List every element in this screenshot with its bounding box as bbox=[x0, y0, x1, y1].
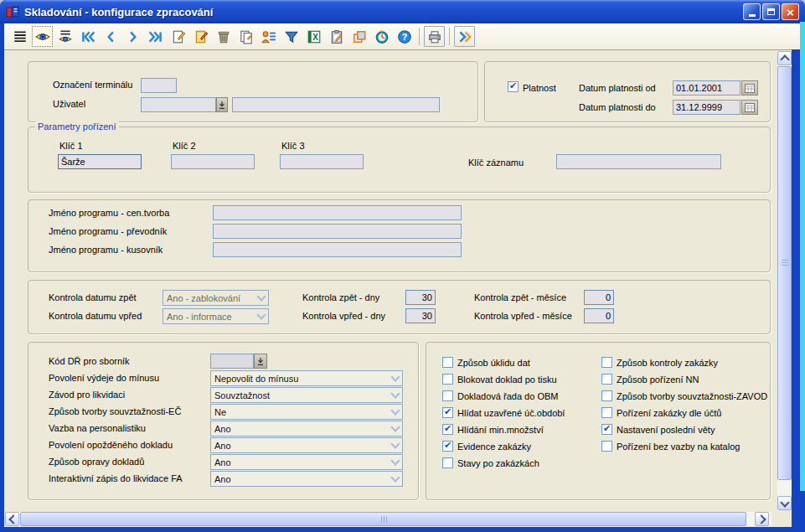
toolbar-button-browse[interactable] bbox=[32, 26, 53, 47]
checkbox-zakazky-dle-uctu[interactable] bbox=[601, 407, 612, 418]
valid-from-label: Datum platnosti od bbox=[579, 83, 656, 93]
correlation-ec-select[interactable]: Ne bbox=[210, 404, 403, 420]
platnost-checkbox[interactable] bbox=[508, 81, 519, 92]
check-forward-months-input[interactable]: 0 bbox=[584, 308, 614, 323]
scroll-left-button[interactable] bbox=[5, 512, 19, 526]
personnel-link-select[interactable]: Ano bbox=[210, 421, 403, 436]
program-converter-input[interactable] bbox=[213, 224, 462, 239]
checkbox-label[interactable]: Pořízení zakázky dle účtů bbox=[617, 408, 721, 418]
document-correction-label: Způsob opravy dokladů bbox=[49, 457, 144, 467]
late-document-label: Povolení opožděného dokladu bbox=[49, 440, 173, 450]
horizontal-scrollbar[interactable] bbox=[5, 512, 771, 526]
check-back-months-input[interactable]: 0 bbox=[584, 290, 614, 305]
minus-issue-select[interactable]: Nepovolit do mínusu bbox=[210, 370, 403, 386]
checkbox-blokovat-doklad[interactable] bbox=[442, 374, 453, 385]
toolbar-button-delete-record[interactable] bbox=[213, 26, 234, 47]
expand-chevrons-icon bbox=[457, 29, 472, 44]
toolbar-button-expand[interactable] bbox=[454, 26, 475, 47]
checkbox-posledni-veta[interactable] bbox=[601, 424, 612, 435]
toolbar-button-copy-record[interactable] bbox=[235, 26, 256, 47]
check-forward-select[interactable]: Ano - informace bbox=[163, 308, 269, 324]
checkbox-bez-vazby-katalog[interactable] bbox=[601, 441, 612, 452]
toolbar-button-browse-detail[interactable] bbox=[54, 26, 75, 47]
checkbox-label[interactable]: Dokladová řada do OBM bbox=[457, 391, 558, 401]
checkbox-hlidat-obdobi[interactable] bbox=[442, 407, 453, 418]
program-bom-input[interactable] bbox=[213, 242, 462, 257]
toolbar-button-filter[interactable] bbox=[281, 26, 302, 47]
code-dr-lookup-button[interactable] bbox=[254, 354, 267, 369]
checkbox-label[interactable]: Blokovat doklad po tisku bbox=[457, 374, 557, 385]
valid-from-calendar-button[interactable] bbox=[741, 80, 758, 96]
vertical-scrollbar[interactable] bbox=[777, 51, 792, 510]
toolbar-button-duplicate[interactable] bbox=[348, 26, 369, 47]
checkbox-label[interactable]: Stavy po zakázkách bbox=[457, 458, 539, 468]
interactive-fa-select[interactable]: Ano bbox=[210, 471, 403, 487]
checkbox-hlidani-mnozstvi[interactable] bbox=[442, 424, 453, 435]
checkbox-label[interactable]: Způsob tvorby souvztažnosti-ZAVOD bbox=[617, 391, 767, 401]
user-name-input[interactable] bbox=[232, 97, 440, 112]
key3-input[interactable] bbox=[280, 154, 364, 169]
program-bom-label: Jméno programu - kusovník bbox=[49, 245, 163, 255]
check-forward-days-input[interactable]: 30 bbox=[405, 308, 436, 323]
checkbox-zpusob-uklidu-dat[interactable] bbox=[442, 357, 453, 368]
checkbox-stavy-po-zakazkach[interactable] bbox=[442, 457, 453, 468]
checkbox-label[interactable]: Způsob pořízení NN bbox=[617, 374, 699, 385]
checkbox-label[interactable]: Hlídat uzavřené úč.období bbox=[457, 408, 565, 418]
program-pricing-input[interactable] bbox=[213, 205, 462, 220]
code-dr-input[interactable] bbox=[210, 354, 254, 369]
toolbar-button-user-filter[interactable] bbox=[258, 26, 279, 47]
toolbar-button-new-record[interactable] bbox=[168, 26, 188, 47]
checkbox-evidence-zakazky[interactable] bbox=[442, 441, 453, 452]
check-back-select[interactable]: Ano - zablokování bbox=[163, 290, 269, 306]
valid-to-calendar-button[interactable] bbox=[741, 100, 758, 115]
check-forward-months-label: Kontrola vpřed - měsíce bbox=[474, 311, 572, 321]
checkbox-label[interactable]: Způsob úklidu dat bbox=[457, 358, 530, 368]
toolbar-button-list[interactable] bbox=[9, 26, 30, 47]
horizontal-scroll-thumb[interactable] bbox=[20, 512, 746, 526]
scroll-up-button[interactable] bbox=[777, 51, 792, 65]
liquidation-plant-select[interactable]: Souvztažnost bbox=[210, 387, 403, 403]
late-document-select[interactable]: Ano bbox=[210, 437, 403, 453]
checkbox-label[interactable]: Nastavení poslední věty bbox=[617, 425, 715, 435]
toolbar-button-previous-record[interactable] bbox=[100, 26, 121, 47]
terminal-input[interactable] bbox=[141, 78, 177, 93]
calendar-icon bbox=[745, 84, 755, 93]
toolbar-button-help[interactable]: ? bbox=[394, 26, 415, 47]
checkbox-label[interactable]: Pořízení bez vazby na katalog bbox=[617, 442, 740, 452]
toolbar-button-history[interactable] bbox=[371, 26, 392, 47]
checkbox-label[interactable]: Hlídání min.množství bbox=[457, 425, 544, 435]
checkbox-kontrola-zakazky[interactable] bbox=[601, 357, 612, 368]
minimize-button[interactable] bbox=[743, 3, 761, 20]
scroll-down-button[interactable] bbox=[777, 496, 792, 510]
checkbox-label[interactable]: Způsob kontroly zakázky bbox=[617, 358, 718, 368]
key2-input[interactable] bbox=[171, 154, 255, 169]
checkbox-porizeni-nn[interactable] bbox=[601, 374, 612, 385]
title-bar[interactable]: Skladování - konfigurace zpracování × bbox=[0, 0, 805, 23]
toolbar-button-next-record[interactable] bbox=[122, 26, 143, 47]
checkbox-souvztaznost-zavod[interactable] bbox=[601, 390, 612, 401]
record-key-input[interactable] bbox=[556, 154, 721, 169]
valid-from-input[interactable]: 01.01.2001 bbox=[673, 80, 740, 96]
maximize-button[interactable] bbox=[762, 3, 780, 20]
next-record-icon bbox=[126, 29, 141, 44]
check-back-days-input[interactable]: 30 bbox=[405, 290, 436, 305]
check-back-days-label: Kontrola zpět - dny bbox=[302, 292, 379, 302]
toolbar-button-export-excel[interactable]: X bbox=[303, 26, 324, 47]
toolbar-button-notes[interactable] bbox=[326, 26, 347, 47]
chevron-down-icon bbox=[389, 372, 401, 385]
filter-icon bbox=[284, 29, 299, 44]
user-code-input[interactable] bbox=[141, 97, 216, 112]
document-correction-select[interactable]: Ano bbox=[210, 454, 403, 470]
toolbar-button-edit-record[interactable] bbox=[190, 26, 211, 47]
user-lookup-button[interactable] bbox=[216, 97, 228, 112]
vertical-scroll-thumb[interactable] bbox=[777, 66, 792, 480]
key1-input[interactable]: Šarže bbox=[58, 154, 142, 169]
toolbar-button-print[interactable] bbox=[424, 26, 445, 47]
toolbar-button-first-record[interactable] bbox=[77, 26, 98, 47]
toolbar-button-last-record[interactable] bbox=[145, 26, 166, 47]
valid-to-input[interactable]: 31.12.9999 bbox=[673, 100, 740, 115]
close-button[interactable]: × bbox=[782, 3, 799, 20]
checkbox-dokladova-rada[interactable] bbox=[442, 390, 453, 401]
checkbox-label[interactable]: Evidence zakázky bbox=[457, 442, 531, 452]
scroll-right-button[interactable] bbox=[755, 512, 769, 526]
